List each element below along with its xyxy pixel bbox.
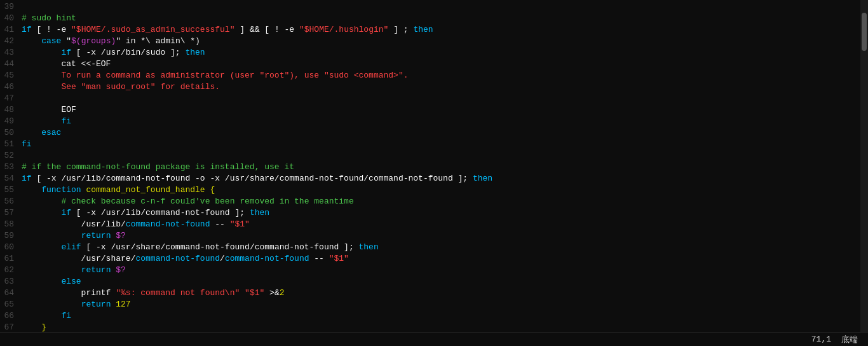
line-content: fi — [19, 310, 860, 322]
line-content: return $? — [19, 230, 860, 242]
line-content: if [ -x /usr/lib/command-not-found ]; th… — [19, 207, 860, 219]
cursor-position: 71,1 — [811, 335, 831, 344]
token: [ -x /usr/share/command-not-found/comman… — [81, 242, 359, 252]
token — [22, 242, 61, 252]
line-number: 65 — [0, 299, 19, 310]
line-content — [19, 1, 860, 13]
token: return — [81, 300, 111, 309]
token: "$1" — [230, 219, 250, 229]
token: [ ! -e — [32, 25, 71, 34]
token: } — [22, 322, 46, 332]
line-number: 57 — [0, 207, 19, 219]
line-number: 54 — [0, 173, 19, 184]
line-content: } — [19, 322, 860, 332]
line-number: 53 — [0, 162, 19, 173]
line-number: 52 — [0, 150, 19, 162]
token: # sudo hint — [22, 13, 76, 23]
code-line: 48 EOF — [0, 104, 860, 116]
line-content: # check because c-n-f could've been remo… — [19, 196, 860, 207]
line-number: 62 — [0, 265, 19, 276]
code-line: 62 return $? — [0, 265, 860, 276]
line-content: if [ ! -e "$HOME/.sudo_as_admin_successf… — [19, 24, 860, 36]
line-content: fi — [19, 116, 860, 127]
code-line: 55 function command_not_found_handle { — [0, 184, 860, 196]
token: "$1" — [329, 254, 349, 263]
token: case — [41, 36, 61, 46]
line-content: # if the command-not-found package is in… — [19, 162, 860, 173]
code-lines: 3940# sudo hint41if [ ! -e "$HOME/.sudo_… — [0, 0, 860, 332]
token: -- — [210, 219, 229, 229]
code-line: 51fi — [0, 139, 860, 150]
token — [22, 208, 61, 218]
token: command_not_found_handle { — [81, 185, 215, 195]
token: fi — [22, 139, 32, 149]
line-content: if [ -x /usr/bin/sudo ]; then — [19, 47, 860, 59]
code-line: 50 esac — [0, 127, 860, 139]
token: if — [61, 48, 71, 57]
code-line: 57 if [ -x /usr/lib/command-not-found ];… — [0, 207, 860, 219]
line-number: 42 — [0, 36, 19, 47]
token: >& — [264, 288, 279, 298]
code-area: 3940# sudo hint41if [ ! -e "$HOME/.sudo_… — [0, 0, 860, 332]
line-content: See "man sudo_root" for details. — [19, 81, 860, 93]
line-number: 56 — [0, 196, 19, 207]
token: [ -x /usr/bin/sudo ]; — [71, 48, 185, 57]
token: command-not-found — [135, 254, 220, 263]
line-content: cat <<-EOF — [19, 59, 860, 70]
token: fi — [61, 311, 71, 321]
token: then — [250, 208, 269, 218]
line-content: esac — [19, 127, 860, 139]
code-line: 65 return 127 — [0, 299, 860, 310]
status-end-label: 底端 — [841, 334, 858, 345]
line-content: return 127 — [19, 299, 860, 310]
code-line: 60 elif [ -x /usr/share/command-not-foun… — [0, 242, 860, 253]
line-number: 64 — [0, 287, 19, 299]
line-number: 66 — [0, 310, 19, 322]
line-number: 60 — [0, 242, 19, 253]
token — [22, 231, 81, 240]
token: then — [413, 25, 433, 34]
token: "%s: command not found\n" — [116, 288, 240, 298]
token: fi — [61, 116, 71, 126]
token — [22, 277, 61, 286]
code-line: 45 To run a command as administrator (us… — [0, 70, 860, 81]
token: $(groups) — [71, 36, 116, 46]
line-content — [19, 93, 860, 104]
line-content: fi — [19, 139, 860, 150]
line-content: /usr/share/command-not-found/command-not… — [19, 253, 860, 265]
token — [22, 300, 81, 309]
token: 127 — [111, 300, 130, 309]
token: /usr/lib/ — [22, 219, 126, 229]
line-content: # sudo hint — [19, 13, 860, 24]
code-line: 46 See "man sudo_root" for details. — [0, 81, 860, 93]
line-number: 59 — [0, 230, 19, 242]
token: $? — [111, 231, 125, 240]
code-line: 40# sudo hint — [0, 13, 860, 24]
line-number: 46 — [0, 81, 19, 93]
line-content: if [ -x /usr/lib/command-not-found -o -x… — [19, 173, 860, 184]
token: else — [61, 277, 81, 286]
token: command-not-found — [225, 254, 309, 263]
scrollbar-thumb[interactable] — [862, 13, 867, 51]
line-number: 50 — [0, 127, 19, 139]
token: ] — [234, 25, 249, 34]
token: [ -x /usr/lib/command-not-found ]; — [71, 208, 250, 218]
token: See "man sudo_root" for details. — [22, 82, 220, 92]
token: esac — [41, 128, 61, 137]
token: printf — [22, 288, 116, 298]
token: return — [81, 231, 111, 240]
scrollbar[interactable] — [860, 0, 868, 332]
code-line: 42 case "$(groups)" in *\ admin\ *) — [0, 36, 860, 47]
line-content: /usr/lib/command-not-found -- "$1" — [19, 219, 860, 230]
token — [22, 311, 61, 321]
line-number: 55 — [0, 184, 19, 196]
token: elif — [61, 242, 81, 252]
line-number: 58 — [0, 219, 19, 230]
token: then — [359, 242, 379, 252]
token: /usr/share/ — [22, 254, 135, 263]
token: then — [473, 174, 492, 183]
line-number: 44 — [0, 59, 19, 70]
code-line: 66 fi — [0, 310, 860, 322]
token — [22, 185, 41, 195]
editor-container: 3940# sudo hint41if [ ! -e "$HOME/.sudo_… — [0, 0, 868, 332]
